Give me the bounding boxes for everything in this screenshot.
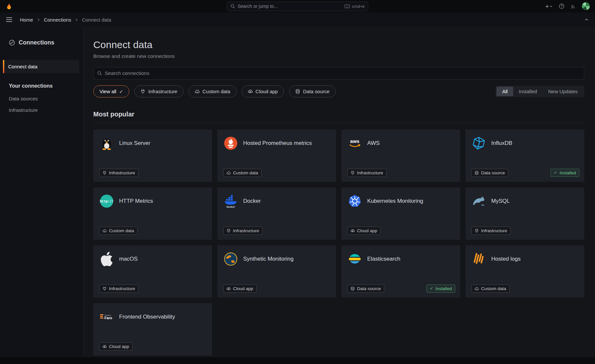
linux-icon <box>99 136 114 151</box>
connection-card-kubernetes-monitoring[interactable]: Kubernetes MonitoringCloud app <box>341 187 460 240</box>
card-title: Docker <box>243 198 261 204</box>
top-search[interactable]: Search or jump to... cmd+k <box>227 2 368 11</box>
tab-new-updates[interactable]: New Updates <box>543 87 583 96</box>
card-title: InfluxDB <box>491 140 512 147</box>
add-button[interactable]: + <box>545 3 553 9</box>
connection-card-http-metrics[interactable]: http://HTTP MetricsCustom data <box>93 187 212 240</box>
check-icon: ✓ <box>554 171 557 175</box>
filter-chip-view-all[interactable]: View all✓ <box>93 85 129 97</box>
category-badge: Custom data <box>471 285 510 293</box>
card-header: MySQL <box>471 194 578 209</box>
shortcut-text: cmd+k <box>352 4 365 9</box>
card-header: InfluxDB <box>471 136 578 151</box>
connection-card-mysql[interactable]: MySQLInfrastructure <box>465 187 584 240</box>
cloud-app-icon <box>248 89 253 94</box>
card-footer: Custom data <box>471 285 579 293</box>
page-bottom-edge <box>0 357 595 364</box>
connection-card-aws[interactable]: awsAWSInfrastructure <box>341 130 460 182</box>
chevron-up-icon[interactable] <box>584 17 589 22</box>
category-filter-chips: View all✓InfrastructureCustom dataCloud … <box>93 85 336 97</box>
connection-card-linux-server[interactable]: Linux ServerInfrastructure <box>93 130 212 182</box>
card-footer: Infrastructure <box>99 285 207 293</box>
card-footer: Cloud app <box>223 285 331 293</box>
sidebar-item-infrastructure[interactable]: Infrastructure <box>0 104 83 116</box>
card-footer: Data source✓Installed <box>347 285 455 293</box>
svg-text:docker: docker <box>226 205 235 208</box>
connection-card-docker[interactable]: dockerDockerInfrastructure <box>217 187 336 240</box>
category-badge-label: Cloud app <box>109 344 129 349</box>
connection-card-hosted-prometheus-metrics[interactable]: Hosted Prometheus metricsCustom data <box>217 130 336 182</box>
category-badge: Cloud app <box>223 285 257 293</box>
connection-card-elasticsearch[interactable]: ElasticsearchData source✓Installed <box>341 245 460 298</box>
grafana-app: Search or jump to... cmd+k + <box>0 0 595 364</box>
card-title: Linux Server <box>119 140 150 147</box>
synthetic-monitoring-icon <box>223 251 238 267</box>
cloud-app-icon <box>226 286 231 291</box>
filter-chip-data-source[interactable]: Data source <box>289 85 336 97</box>
mysql-icon <box>471 194 486 209</box>
http-metrics-icon: http:// <box>99 194 114 209</box>
page-subtitle: Browse and create new connections <box>93 53 584 59</box>
connection-card-hosted-logs[interactable]: Hosted logsCustom data <box>465 245 584 298</box>
card-header: Kubernetes Monitoring <box>347 194 454 209</box>
database-icon <box>475 171 479 175</box>
connection-card-macos[interactable]: macOSInfrastructure <box>93 245 212 298</box>
category-badge: Infrastructure <box>99 169 138 177</box>
category-badge: Data source <box>347 285 384 293</box>
topbar: Search or jump to... cmd+k + <box>0 0 595 12</box>
card-title: Kubernetes Monitoring <box>367 198 423 204</box>
connection-card-influxdb[interactable]: InfluxDBData source✓Installed <box>465 130 584 182</box>
filter-chip-label: Data source <box>303 89 330 94</box>
filter-chip-custom-data[interactable]: Custom data <box>189 85 237 97</box>
sidebar: Connections Connect data Your connection… <box>0 27 83 364</box>
connections-icon <box>9 40 15 46</box>
card-footer: Data source✓Installed <box>471 169 579 177</box>
sidebar-section-your-connections: Your connections <box>0 78 83 93</box>
installed-badge: ✓Installed <box>550 169 579 177</box>
filter-chip-cloud-app[interactable]: Cloud app <box>242 85 284 97</box>
breadcrumb-item-connections[interactable]: Connections <box>44 17 71 23</box>
news-rss-icon[interactable] <box>570 4 576 9</box>
main-content: Connect data Browse and create new conne… <box>83 27 595 364</box>
grafana-logo-icon[interactable] <box>5 3 13 10</box>
database-icon <box>295 89 300 94</box>
search-connections-input[interactable] <box>105 70 580 76</box>
filter-chip-infrastructure[interactable]: Infrastructure <box>134 85 183 97</box>
top-search-placeholder: Search or jump to... <box>238 4 342 9</box>
hosted-logs-icon <box>471 251 486 267</box>
help-icon[interactable] <box>559 3 565 9</box>
category-badge: Custom data <box>223 169 261 177</box>
plug-icon <box>102 171 107 175</box>
breadcrumb: HomeConnectionsConnect data <box>20 17 111 23</box>
search-icon <box>97 71 102 76</box>
elasticsearch-icon <box>347 251 362 267</box>
connection-card-synthetic-monitoring[interactable]: Synthetic MonitoringCloud app <box>217 245 336 298</box>
connection-card-frontend-observability[interactable]: GrafanaFaroFrontend ObservabilityCloud a… <box>93 303 212 355</box>
breadcrumb-item-home[interactable]: Home <box>20 17 33 23</box>
category-badge: Data source <box>471 169 508 177</box>
category-badge: Infrastructure <box>99 285 138 293</box>
card-footer: Infrastructure <box>471 227 579 235</box>
category-badge: Infrastructure <box>471 227 511 235</box>
svg-text:Faro: Faro <box>104 316 112 320</box>
shortcut-hint: cmd+k <box>345 4 365 9</box>
plug-icon <box>351 171 355 175</box>
tab-all[interactable]: All <box>496 87 513 96</box>
card-title: Elasticsearch <box>367 256 400 262</box>
category-badge-label: Cloud app <box>357 228 377 233</box>
category-badge-label: Infrastructure <box>109 170 135 175</box>
tab-installed[interactable]: Installed <box>513 87 543 96</box>
sidebar-item-data-sources[interactable]: Data sources <box>0 93 83 104</box>
category-badge-label: Infrastructure <box>233 228 259 233</box>
keyboard-icon <box>345 5 350 8</box>
card-header: Linux Server <box>99 136 206 151</box>
chevron-right-icon <box>37 18 40 22</box>
database-icon <box>351 286 355 291</box>
cloud-app-icon <box>351 229 355 233</box>
sidebar-item-connect-data[interactable]: Connect data <box>3 60 79 73</box>
menu-toggle-icon[interactable] <box>6 17 12 22</box>
card-header: Hosted logs <box>471 251 578 267</box>
user-avatar[interactable] <box>582 2 590 10</box>
card-footer: Infrastructure <box>223 227 331 235</box>
category-badge: Cloud app <box>99 342 133 351</box>
